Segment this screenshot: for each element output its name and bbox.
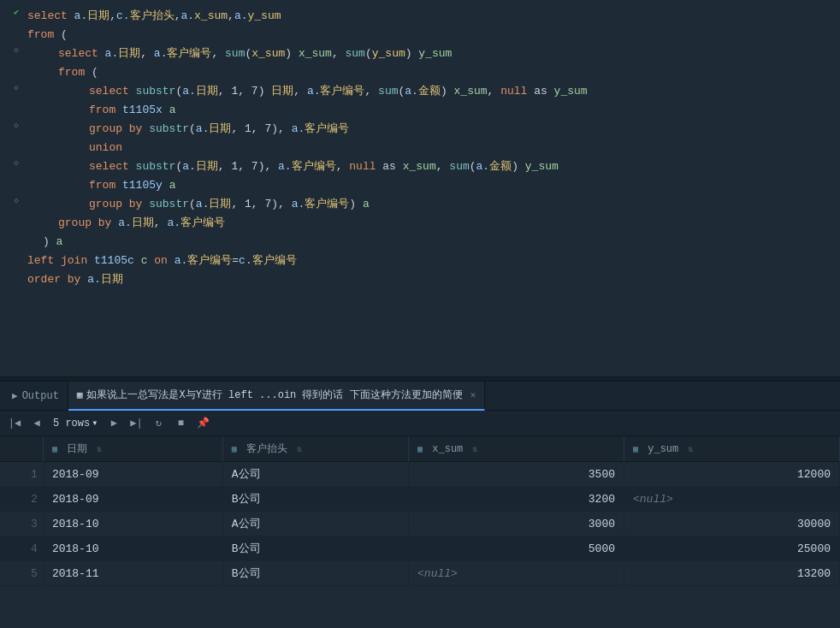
kw-token: null [349,160,376,173]
col-header-customer[interactable]: ▦ 客户抬头 ⇅ [222,436,408,462]
alias-token: x_sum [454,85,488,98]
punct-token: , [211,47,225,60]
tbl-token: a. [182,85,196,98]
tbl-token: a. [307,85,321,98]
code-line: ◇group by substr(a.日期, 1, 7), a.客户编号 [0,120,840,139]
code-line: left join t1105c c on a.客户编号=c.客户编号 [0,252,840,270]
tab-query[interactable]: ▦ 如果说上一总写法是X与Y进行 left ...oin 得到的话 下面这种方法… [68,382,485,411]
sort-icon-date[interactable]: ⇅ [97,445,102,454]
tbl-token: a. [118,216,132,229]
code-line: ◇select a.日期, a.客户编号, sum(x_sum) x_sum, … [0,44,840,63]
punct-token: ) [349,198,363,210]
cell-xsum: 3200 [409,487,624,512]
col-header-xsum[interactable]: ▦ x_sum ⇅ [409,436,624,462]
col-token: 客户编号 [167,47,211,60]
tbl-token: c. [239,254,252,267]
first-page-button[interactable]: |◀ [5,414,24,433]
results-panel: ▶ Output ▦ 如果说上一总写法是X与Y进行 left ...oin 得到… [0,382,840,628]
cell-xsum: <null> [409,561,624,586]
line-content: select substr(a.日期, 1, 7) 日期, a.客户编号, su… [89,82,837,101]
kw-token: from [27,28,54,41]
tab-output[interactable]: ▶ Output [3,382,68,411]
tbl-token: a. [234,9,248,22]
prev-page-button[interactable]: ◀ [27,414,46,433]
table-row: 32018-10A公司300030000 [0,512,840,536]
tab-close-icon[interactable]: ✕ [470,389,476,400]
col-label-xsum: x_sum [432,443,463,455]
stop-button[interactable]: ■ [171,414,190,433]
col-header-date[interactable]: ▦ 日期 ⇅ [43,436,222,462]
cell-ysum: 25000 [624,536,840,561]
line-content: from t1105x a [89,101,837,120]
code-line: ◇select substr(a.日期, 1, 7) 日期, a.客户编号, s… [0,82,840,101]
col-token: 日期 [209,198,231,210]
diamond-gutter-icon: ◇ [10,195,22,207]
col-label-ysum: y_sum [648,443,678,455]
sort-icon-ysum[interactable]: ⇅ [688,445,693,454]
punct-token: , [336,160,350,173]
fn-token: sum [346,47,365,60]
alias-token: a [169,104,176,116]
tbl-token: t1105c [94,254,141,267]
line-content: order by a.日期 [27,270,837,289]
cell-ysum: 13200 [624,561,840,586]
col-token: 客户编号 [180,216,225,229]
results-tabs: ▶ Output ▦ 如果说上一总写法是X与Y进行 left ...oin 得到… [0,382,840,411]
col-label-date: 日期 [67,443,87,455]
col-token: 客户编号 [320,85,364,98]
line-content: select substr(a.日期, 1, 7), a.客户编号, null … [89,157,837,176]
punct-token: , [364,85,378,98]
rows-count-label: 5 rows [53,418,90,430]
cell-date: 2018-10 [43,512,222,536]
alias-token: x_sum [299,47,332,60]
col-token: 日期 [118,47,140,60]
punct-token: , [488,85,501,98]
row-num-header [0,436,43,462]
fn-token: substr [149,122,189,135]
kw-token: union [89,141,122,154]
last-page-button[interactable]: ▶| [127,414,145,433]
punct-token: ( [365,47,372,60]
rows-dropdown[interactable]: 5 rows ▾ [53,417,98,430]
refresh-button[interactable]: ↻ [149,414,168,433]
cell-customer: B公司 [222,561,408,586]
kw-token: on [147,254,174,267]
code-editor[interactable]: ✔select a.日期,c.客户抬头,a.x_sum,a.y_sumfrom … [0,0,840,376]
diamond-gutter-icon: ◇ [10,44,22,56]
line-content: select a.日期, a.客户编号, sum(x_sum) x_sum, s… [58,44,837,63]
row-number: 1 [0,462,43,487]
col-header-ysum[interactable]: ▦ y_sum ⇅ [624,436,840,462]
alias-token: x_sum [403,160,436,173]
punct-token: ) [285,47,299,60]
sort-icon-xsum[interactable]: ⇅ [473,445,478,454]
tab-query-label: 如果说上一总写法是X与Y进行 left ...oin 得到的话 下面这种方法更加… [86,388,462,402]
output-icon: ▶ [12,390,18,401]
cell-xsum: 3500 [409,462,624,487]
tbl-token: a. [196,122,210,135]
code-line: ◇group by substr(a.日期, 1, 7), a.客户编号) a [0,195,840,214]
kw-token: select [89,160,136,173]
results-table-wrapper[interactable]: ▦ 日期 ⇅ ▦ 客户抬头 ⇅ ▦ x_sum ⇅ [0,436,840,628]
kw-token: group by [89,198,149,210]
next-page-button[interactable]: ▶ [104,414,123,433]
col-token: 日期 [271,85,293,98]
col-token: 金额 [418,85,441,98]
col-token: 日期 [209,122,231,135]
line-content: group by substr(a.日期, 1, 7), a.客户编号 [89,120,837,139]
tbl-token: a. [182,160,196,173]
row-number: 2 [0,487,43,512]
cell-xsum: 5000 [409,536,624,561]
fn-token: substr [136,85,176,98]
col-label-customer: 客户抬头 [246,443,287,455]
col-grid-icon-xsum: ▦ [417,445,423,454]
code-content: ✔select a.日期,c.客户抬头,a.x_sum,a.y_sumfrom … [0,0,840,296]
punct-token: ) [512,160,525,173]
line-content: from ( [27,26,837,44]
col-grid-icon-customer: ▦ [232,445,237,454]
table-row: 12018-09A公司350012000 [0,462,840,487]
tbl-token: a. [105,47,119,60]
kw-token: from [58,66,85,79]
line-content: from t1105y a [89,176,837,195]
sort-icon-customer[interactable]: ⇅ [297,445,302,454]
pin-button[interactable]: 📌 [193,414,212,433]
